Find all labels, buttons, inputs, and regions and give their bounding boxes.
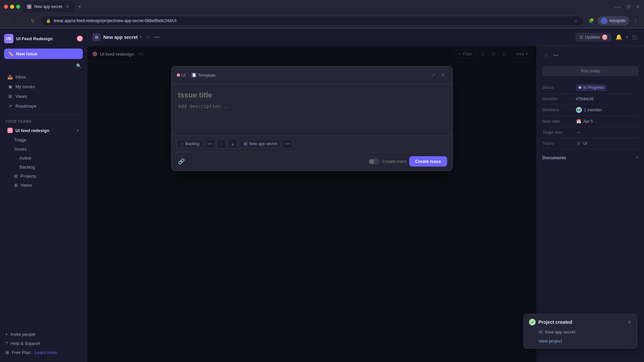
views2-icon: ⊞ [14,183,18,188]
window-minimize-button[interactable]: — [614,3,621,11]
sidebar-item-views[interactable]: ⊞ Views [2,92,85,101]
right-sidebar-more-icon[interactable]: ••• [552,51,560,59]
date-banner-text: from today [581,69,600,73]
team-item-ui-feed[interactable]: U Ui feed redesign ▼ [2,126,85,135]
tab-close-button[interactable]: ✕ [65,4,70,9]
learn-more-link[interactable]: Learn more [35,350,57,355]
notification-badge[interactable]: D7 [77,36,83,42]
search-button[interactable]: 🔍 [75,62,83,70]
invite-icon: + [5,332,8,337]
issue-description-input[interactable] [178,104,446,124]
create-more-label: Create more [382,159,406,164]
modal-body [171,84,452,135]
teams-label: Your teams [5,119,32,123]
sidebar-item-roadmaps-label: Roadmaps [15,104,37,109]
modal-overlay[interactable]: UI › 📄 Template ⤢ ✕ [87,46,537,362]
help-support-button[interactable]: ? Help & Support [0,339,87,348]
project-area: Ui feed redesign 0% ＋ Filter ☰ ⊞ ⊟ View [87,46,537,362]
forward-button[interactable]: › [16,16,25,25]
sidebar-item-my-issues[interactable]: ◉ My issues [2,82,85,91]
right-sidebar-actions: ☆ ••• [542,51,560,59]
sidebar-item-inbox[interactable]: 📥 Inbox [2,72,85,81]
members-meta-label: Members [542,108,576,112]
date-banner: from today [542,66,639,76]
sidebar-item-views-label: Views [15,94,27,99]
sidebar-item-inbox-label: Inbox [15,74,26,79]
toolbar-more-btn-1[interactable]: ••• [205,139,215,148]
profile-button[interactable]: 👤 Incognito [597,16,629,25]
team-dot [177,73,180,77]
window-maximize-button[interactable]: ⧉ [627,4,630,10]
layout-toggle-icon[interactable]: ◫ [631,33,639,42]
minimize-traffic-light[interactable] [10,5,14,9]
member-avatar: CC [576,107,582,113]
notification-chevron-icon[interactable]: ▾ [626,35,628,40]
sidebar-item-active[interactable]: Active [2,154,85,162]
issues-label: Issues [14,146,27,152]
bookmark-star[interactable]: ☆ [574,18,578,23]
active-label: Active [19,156,31,161]
project-tag-button[interactable]: ⊞ New app secret [239,140,281,148]
menu-button[interactable]: ⋮ [631,16,640,25]
backlog-icon: ◌ [180,142,184,146]
invite-people-button[interactable]: + Invite people [0,330,87,339]
browser-tabs: ⚡ New app secret ✕ + [23,1,612,12]
new-issue-button[interactable]: ✏️ New issue [4,49,83,59]
new-tab-button[interactable]: + [75,2,84,11]
target-date-row: Target date ↩ [542,127,639,138]
status-row: Status In Progress [542,81,639,94]
create-issue-button[interactable]: Create issue [409,156,447,167]
calendar-icon: 📅 [576,119,581,124]
topbar-star-icon[interactable]: ☆ [146,34,151,40]
sidebar-item-roadmaps[interactable]: ↗ Roadmaps [2,101,85,111]
modal-actions: ⤢ ✕ [430,71,447,79]
members-count-text: 1 member [584,108,602,112]
refresh-button[interactable]: ↻ [28,16,38,25]
tab-title: New app secret [34,4,62,9]
sidebar-item-backlog[interactable]: Backlog [2,163,85,171]
create-more-toggle: Create more [369,159,406,165]
view-project-link[interactable]: View project [529,339,562,344]
project-dropdown-icon[interactable]: ▾ [140,35,142,39]
backlog-label: Backlog [19,165,35,170]
status-badge[interactable]: In Progress [576,84,606,91]
teams-row: Teams ⊞ UI [542,138,639,149]
topbar-more-icon[interactable]: ••• [155,35,160,40]
active-tab[interactable]: ⚡ New app secret ✕ [23,1,74,12]
priority-button[interactable]: ○ [217,139,226,148]
browser-action-buttons: 🧩 👤 Incognito ⋮ [587,16,640,25]
start-date-row: Start date 📅 Apr 5 [542,116,639,127]
create-issue-label: Create issue [415,159,441,164]
team-chevron-icon: ▼ [76,129,79,132]
create-more-switch[interactable] [369,159,379,165]
modal-expand-button[interactable]: ⤢ [430,71,438,79]
close-traffic-light[interactable] [4,5,8,9]
members-row: Members CC 1 member [542,104,639,116]
sidebar-item-views2[interactable]: ⊞ Views [2,181,85,189]
profile-avatar: 👤 [601,17,607,24]
right-sidebar-star-icon[interactable]: ☆ [542,51,550,59]
teams-value-text: UI [583,141,587,146]
sidebar-item-projects[interactable]: ⊞ Projects [2,172,85,180]
sidebar-item-triage[interactable]: Triage [2,136,85,144]
status-button[interactable]: ◌ Backlog [177,140,203,148]
address-bar[interactable]: 🔒 linear.app/ui-feed-redesign/project/ne… [40,16,584,26]
extensions-button[interactable]: 🧩 [587,16,596,25]
notifications-icon[interactable]: 🔔 [614,33,624,42]
sidebar-item-issues[interactable]: Issues [2,145,85,153]
browser-titlebar: ⚡ New app secret ✕ + — ⧉ ✕ [0,0,644,13]
invite-label: Invite people [11,332,36,337]
back-button[interactable]: ‹ [4,16,13,25]
attachment-button[interactable]: 🔗 [177,157,186,166]
issue-title-input[interactable] [178,91,446,100]
workspace-header: UR UI Feed Redesign D7 [0,31,87,46]
updates-button[interactable]: ⊡ Updates 7 [576,33,611,42]
toolbar-more-btn-2[interactable]: ••• [283,139,292,148]
add-document-button[interactable]: + [636,155,639,161]
documents-header: Documents + [542,155,639,161]
toast-close-button[interactable]: ✕ [627,319,632,325]
window-close-button[interactable]: ✕ [636,4,640,10]
assignee-button[interactable]: ▲ [228,139,237,148]
modal-close-button[interactable]: ✕ [439,71,447,79]
maximize-traffic-light[interactable] [16,5,20,9]
